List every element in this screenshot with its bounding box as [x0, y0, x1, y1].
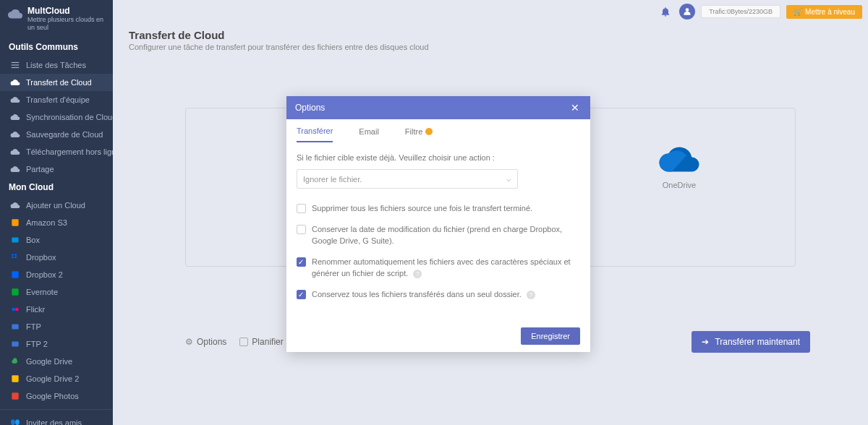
chevron-down-icon: ⌵ [506, 174, 511, 184]
check-delete-source[interactable]: Supprimer tous les fichiers source une f… [297, 203, 580, 214]
checkbox-icon[interactable] [297, 257, 306, 267]
tab-filter[interactable]: Filtre [405, 126, 433, 142]
modal-title: Options [295, 103, 325, 113]
help-icon[interactable]: ? [527, 291, 535, 299]
tab-transfer[interactable]: Transférer [297, 126, 333, 142]
check-label: Renommer automatiquement les fichiers av… [312, 257, 571, 277]
conflict-prompt: Si le fichier cible existe déjà. Veuille… [297, 153, 580, 162]
badge-icon [425, 128, 433, 135]
check-keep-mtime[interactable]: Conserver la date de modification du fic… [297, 224, 580, 246]
check-label: Conserver la date de modification du fic… [312, 224, 580, 246]
select-value: Ignorer le fichier. [303, 175, 362, 184]
checkbox-icon[interactable] [297, 290, 306, 299]
tab-label: Transférer [297, 126, 333, 135]
tab-email[interactable]: Email [359, 126, 379, 142]
check-single-folder[interactable]: Conservez tous les fichiers transférés d… [297, 289, 580, 300]
modal-overlay: Options ✕ Transférer Email Filtre Si le … [0, 0, 868, 425]
check-label: Supprimer tous les fichiers source une f… [312, 203, 532, 214]
tab-label: Filtre [405, 127, 422, 136]
save-label: Enregistrer [531, 332, 570, 340]
help-icon[interactable]: ? [413, 270, 422, 278]
check-label: Conservez tous les fichiers transférés d… [312, 290, 522, 299]
check-rename-special[interactable]: Renommer automatiquement les fichiers av… [297, 257, 580, 279]
modal-body: Si le fichier cible existe déjà. Veuille… [286, 143, 590, 320]
modal-tabs: Transférer Email Filtre [286, 119, 590, 143]
options-modal: Options ✕ Transférer Email Filtre Si le … [286, 96, 590, 352]
close-icon[interactable]: ✕ [569, 102, 582, 113]
modal-footer: Enregistrer [286, 320, 590, 352]
modal-header: Options ✕ [286, 96, 590, 119]
checkbox-icon[interactable] [297, 204, 306, 213]
checkbox-icon[interactable] [297, 225, 306, 234]
save-button[interactable]: Enregistrer [521, 327, 580, 345]
conflict-select[interactable]: Ignorer le fichier. ⌵ [297, 169, 518, 189]
tab-label: Email [359, 127, 379, 136]
